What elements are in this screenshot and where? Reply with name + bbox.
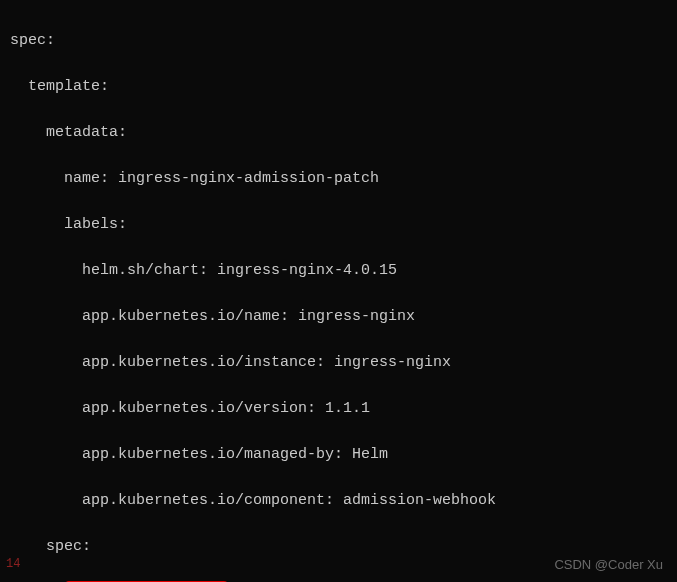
code-line: name: ingress-nginx-admission-patch [10, 167, 667, 190]
code-line: template: [10, 75, 667, 98]
code-line: app.kubernetes.io/managed-by: Helm [10, 443, 667, 466]
code-line: helm.sh/chart: ingress-nginx-4.0.15 [10, 259, 667, 282]
line-number-indicator: 14 [6, 553, 20, 576]
code-line: metadata: [10, 121, 667, 144]
code-line: spec: [10, 29, 667, 52]
watermark-text: CSDN @Coder Xu [554, 553, 663, 576]
code-line: app.kubernetes.io/component: admission-w… [10, 489, 667, 512]
code-line: app.kubernetes.io/version: 1.1.1 [10, 397, 667, 420]
code-editor[interactable]: spec: template: metadata: name: ingress-… [10, 6, 667, 582]
code-line: app.kubernetes.io/instance: ingress-ngin… [10, 351, 667, 374]
code-line: app.kubernetes.io/name: ingress-nginx [10, 305, 667, 328]
code-line: labels: [10, 213, 667, 236]
